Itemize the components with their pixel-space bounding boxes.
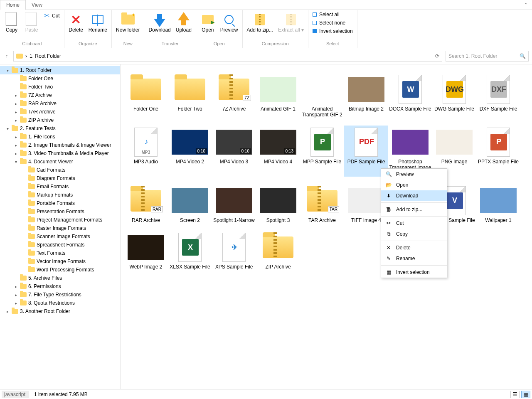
chevron-icon[interactable]: ▸ [13, 93, 18, 98]
chevron-icon[interactable]: ▸ [13, 143, 18, 148]
file-item[interactable]: ✈XPS Sample File [212, 231, 256, 270]
file-item[interactable]: DWGDWG Sample File [432, 73, 476, 118]
new-folder-button[interactable]: New folder [114, 11, 141, 34]
rename-button[interactable]: Rename [87, 11, 109, 34]
file-item[interactable]: XXLSX Sample File [168, 231, 212, 270]
file-item[interactable]: 0:13MP4 Video 4 [256, 126, 300, 177]
tree-item[interactable]: ▾4. Document Viewer [0, 158, 120, 166]
delete-button[interactable]: ✕Delete [67, 11, 85, 34]
cut-button[interactable]: ✂Cut [42, 11, 62, 20]
file-item[interactable]: 0:10MP4 Video 2 [168, 126, 212, 177]
tree-item[interactable]: Raster Image Formats [0, 224, 120, 232]
view-details-button[interactable]: ☰ [510, 391, 520, 398]
search-input[interactable]: Search 1. Root Folder 🔍 [446, 51, 529, 62]
paste-button[interactable]: Paste [22, 11, 41, 34]
tree-item[interactable]: Email Formats [0, 182, 120, 191]
chevron-icon[interactable]: ▸ [13, 101, 18, 106]
file-item[interactable]: PMPP Sample File [300, 126, 344, 177]
context-open[interactable]: 📂Open [381, 180, 447, 190]
chevron-icon[interactable]: ▸ [13, 151, 18, 156]
invert-selection-button[interactable]: Invert selection [311, 27, 355, 35]
select-all-button[interactable]: Select all [311, 11, 355, 18]
refresh-button[interactable]: ⟳ [435, 53, 439, 59]
file-item[interactable]: Folder One [124, 73, 168, 118]
context-preview[interactable]: 🔍Preview [381, 169, 447, 180]
tree-item[interactable]: ▸ZIP Archive [0, 116, 120, 124]
file-item[interactable]: 0:10MP4 Video 3 [212, 126, 256, 177]
chevron-icon[interactable]: ▾ [5, 68, 10, 73]
file-item[interactable]: PPPTX Sample File [476, 126, 520, 177]
tree-item[interactable]: ▸3. Video Thumbnails & Media Player [0, 149, 120, 158]
file-pane[interactable]: Folder OneFolder Two7Z7Z ArchiveAnimated… [121, 64, 532, 389]
chevron-icon[interactable]: ▸ [13, 293, 18, 297]
tree-item[interactable]: Vector Image Formats [0, 257, 120, 266]
context-rename[interactable]: ✎Rename [381, 253, 447, 264]
file-item[interactable]: ZIP Archive [256, 231, 300, 270]
folder-tree[interactable]: ▾1. Root FolderFolder OneFolder Two▸7Z A… [0, 64, 121, 389]
chevron-icon[interactable]: ▾ [13, 160, 18, 164]
collapse-ribbon-icon[interactable]: ⌃ [524, 2, 528, 8]
file-item[interactable]: WebP Image 2 [124, 231, 168, 270]
file-item[interactable]: Animated GIF 1 [256, 73, 300, 118]
tree-item[interactable]: ▸7. File Type Restrictions [0, 291, 120, 299]
tree-item[interactable]: Scanner Image Formats [0, 232, 120, 241]
tree-item[interactable]: ▾1. Root Folder [0, 66, 120, 74]
tree-item[interactable]: ▸8. Quota Restrictions [0, 299, 120, 307]
tree-item[interactable]: Word Processing Formats [0, 266, 120, 274]
file-item[interactable]: Bitmap Image 2 [344, 73, 388, 118]
tree-item[interactable]: 5. Archive Files [0, 274, 120, 282]
extract-all-button[interactable]: Extract all ▾ [276, 11, 305, 34]
tab-home[interactable]: Home [0, 0, 26, 10]
file-item[interactable]: Animated Transparent GIF 2 [300, 73, 344, 118]
tree-item[interactable]: Project Management Formats [0, 216, 120, 224]
file-item[interactable]: Folder Two [168, 73, 212, 118]
chevron-icon[interactable]: ▸ [5, 309, 10, 314]
chevron-icon[interactable]: ▸ [13, 118, 18, 123]
file-item[interactable]: Spotlight 3 [256, 184, 300, 223]
tree-item[interactable]: Cad Formats [0, 166, 120, 174]
tree-item[interactable]: Text Formats [0, 249, 120, 257]
file-item[interactable]: Wallpaper 1 [476, 184, 520, 223]
context-delete[interactable]: ✕Delete [381, 242, 447, 253]
download-button[interactable]: Download [147, 11, 172, 34]
file-item[interactable]: WDOCX Sample File [388, 73, 432, 118]
context-add-to-zip-[interactable]: 🗜Add to zip... [381, 204, 447, 215]
tree-item[interactable]: Spreadsheet Formats [0, 241, 120, 249]
up-one-level-button[interactable]: ↑ [3, 53, 10, 59]
chevron-icon[interactable]: ▾ [5, 126, 10, 131]
open-button[interactable]: Open [199, 11, 217, 34]
breadcrumb[interactable]: › 1. Root Folder ⟳ [13, 51, 442, 62]
select-none-button[interactable]: Select none [311, 19, 355, 27]
add-to-zip-button[interactable]: Add to zip... [245, 11, 275, 34]
file-item[interactable]: Screen 2 [168, 184, 212, 223]
file-item[interactable]: 7Z7Z Archive [212, 73, 256, 118]
chevron-icon[interactable]: ▸ [13, 110, 18, 114]
file-item[interactable]: TARTAR Archive [300, 184, 344, 223]
view-icons-button[interactable]: ▦ [521, 391, 530, 398]
tree-item[interactable]: Folder Two [0, 83, 120, 91]
chevron-icon[interactable]: ▸ [13, 301, 18, 305]
tree-item[interactable]: Diagram Formats [0, 174, 120, 182]
tree-item[interactable]: Presentation Formats [0, 207, 120, 216]
tree-item[interactable]: Markup Formats [0, 191, 120, 199]
tree-item[interactable]: ▸3. Another Root Folder [0, 307, 120, 315]
tree-item[interactable]: ▸RAR Archive [0, 99, 120, 108]
tree-item[interactable]: ▸TAR Archive [0, 108, 120, 116]
file-item[interactable]: DXFDXF Sample File [476, 73, 520, 118]
context-invert-selection[interactable]: ▦Invert selection [381, 267, 447, 278]
tree-item[interactable]: Portable Formats [0, 199, 120, 207]
tree-item[interactable]: ▸2. Image Thumbnails & Image Viewer [0, 141, 120, 149]
file-item[interactable]: ♪MP3MP3 Audio [124, 126, 168, 177]
file-item[interactable]: RARRAR Archive [124, 184, 168, 223]
chevron-icon[interactable]: ▸ [13, 284, 18, 289]
tree-item[interactable]: ▸6. Permissions [0, 282, 120, 291]
context-cut[interactable]: ✂Cut [381, 218, 447, 229]
copy-button[interactable]: Copy [2, 11, 21, 34]
tree-item[interactable]: Folder One [0, 74, 120, 83]
chevron-icon[interactable]: ▸ [13, 135, 18, 139]
tree-item[interactable]: ▸7Z Archive [0, 91, 120, 99]
context-download[interactable]: ⬇Download [381, 190, 447, 201]
tab-view[interactable]: View [26, 0, 48, 10]
tree-item[interactable]: ▾2. Feature Tests [0, 124, 120, 133]
breadcrumb-segment[interactable]: 1. Root Folder [30, 53, 61, 59]
